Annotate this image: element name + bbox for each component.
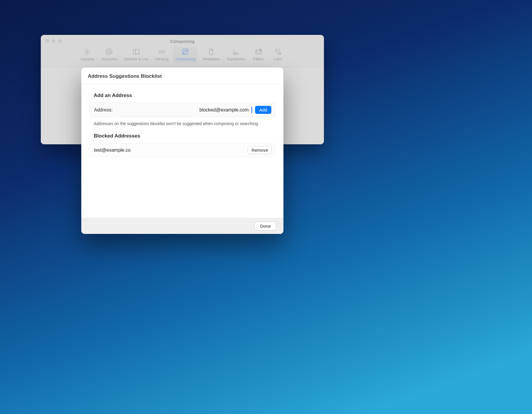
address-input[interactable] xyxy=(116,107,249,113)
address-label: Address: xyxy=(94,107,113,113)
sidebar-icon xyxy=(132,48,140,56)
add-address-row: Address: Add xyxy=(90,103,275,117)
tab-label: General xyxy=(80,57,94,61)
tab-accounts[interactable]: Accounts xyxy=(99,47,119,63)
compose-icon xyxy=(181,48,189,56)
tab-templates[interactable]: Templates xyxy=(200,47,222,63)
tab-sidebar-list[interactable]: Sidebar & List xyxy=(122,47,150,63)
sheet-body: Add an Address Address: Add Addresses on… xyxy=(81,84,283,218)
tab-label: Accounts xyxy=(101,57,117,61)
tab-label: Viewing xyxy=(155,57,168,61)
tab-labs[interactable]: Labs xyxy=(270,47,287,63)
minimize-dot[interactable] xyxy=(52,39,56,43)
toolbar: General Accounts Sidebar & List Viewing … xyxy=(41,47,324,63)
gear-icon xyxy=(84,48,91,56)
tab-label: Sidebar & List xyxy=(124,57,148,61)
tab-label: Templates xyxy=(202,57,220,61)
tab-composing[interactable]: Composing xyxy=(173,47,197,63)
sheet-title: Address Suggestions Blocklist xyxy=(88,73,277,79)
tab-signatures[interactable]: Signatures xyxy=(224,47,247,63)
tab-label: Labs xyxy=(274,57,282,61)
signature-icon xyxy=(232,48,240,56)
tab-label: Composing xyxy=(176,57,195,61)
tab-filters[interactable]: Filters xyxy=(250,47,267,63)
sheet-header: Address Suggestions Blocklist xyxy=(81,67,283,84)
tab-viewing[interactable]: Viewing xyxy=(153,47,171,63)
svg-point-4 xyxy=(159,51,162,53)
window-title: Composing xyxy=(41,39,324,44)
done-button[interactable]: Done xyxy=(254,222,276,230)
svg-rect-2 xyxy=(133,49,139,54)
at-icon xyxy=(105,48,113,56)
text-caret xyxy=(252,107,252,113)
tab-label: Filters xyxy=(253,57,264,61)
svg-point-5 xyxy=(162,51,165,53)
envelope-icon xyxy=(255,48,262,56)
zoom-dot[interactable] xyxy=(58,39,62,43)
svg-point-7 xyxy=(233,50,234,51)
svg-point-10 xyxy=(280,54,281,54)
help-text: Addresses on the suggestions blocklist w… xyxy=(94,121,274,126)
blocked-email: test@example.co xyxy=(94,148,131,153)
glasses-icon xyxy=(158,48,166,56)
svg-point-1 xyxy=(108,51,111,53)
remove-button[interactable]: Remove xyxy=(248,146,272,154)
add-button[interactable]: Add xyxy=(255,106,271,114)
blocked-row: test@example.co Remove xyxy=(90,143,275,157)
blocklist-sheet: Address Suggestions Blocklist Add an Add… xyxy=(81,67,283,234)
tab-label: Signatures xyxy=(227,57,245,61)
sheet-footer: Done xyxy=(81,218,283,234)
blocked-section-title: Blocked Addresses xyxy=(94,133,275,139)
labs-icon xyxy=(274,48,282,56)
document-icon xyxy=(207,48,215,56)
add-section-title: Add an Address xyxy=(94,93,275,98)
traffic-lights xyxy=(46,39,62,43)
titlebar: Composing General Accounts Sidebar & Lis… xyxy=(41,35,324,67)
tab-general[interactable]: General xyxy=(78,47,96,63)
svg-point-0 xyxy=(86,51,88,53)
close-dot[interactable] xyxy=(46,39,49,43)
